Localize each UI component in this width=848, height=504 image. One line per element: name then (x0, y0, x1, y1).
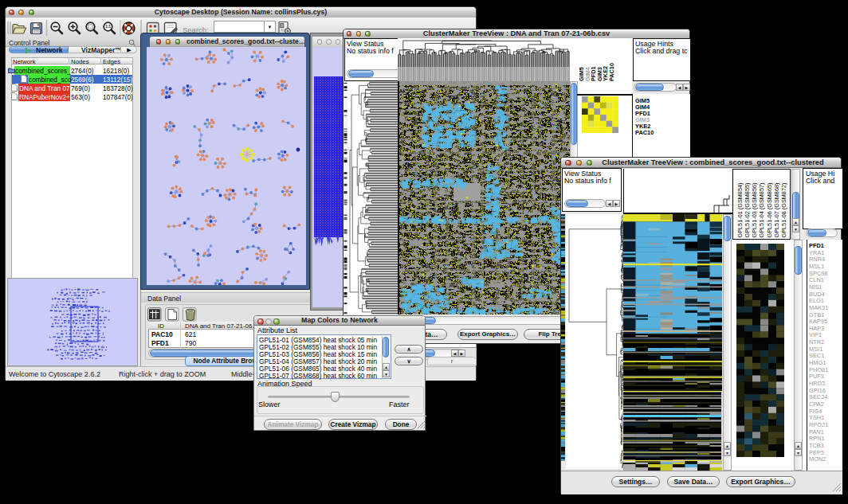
svg-text:GPL51-01 (GSM854): GPL51-01 (GSM854) (736, 183, 744, 238)
svg-text:PAC10: PAC10 (608, 63, 615, 81)
svg-text:GPL51-03 (GSM856): GPL51-03 (GSM856) (751, 183, 758, 238)
svg-text:GPL51-02 (GSM855): GPL51-02 (GSM855) (744, 183, 751, 238)
svg-text:GPL51-07 (GSM868): GPL51-07 (GSM868) (773, 183, 780, 238)
svg-text:1:1: 1:1 (105, 25, 111, 29)
svg-text:GPL51-06 (GSM865): GPL51-06 (GSM865) (766, 183, 773, 238)
svg-text:GPL51-04 (GSM857): GPL51-04 (GSM857) (758, 183, 765, 238)
svg-text:GPL51-08 (GSM872): GPL51-08 (GSM872) (780, 183, 787, 238)
